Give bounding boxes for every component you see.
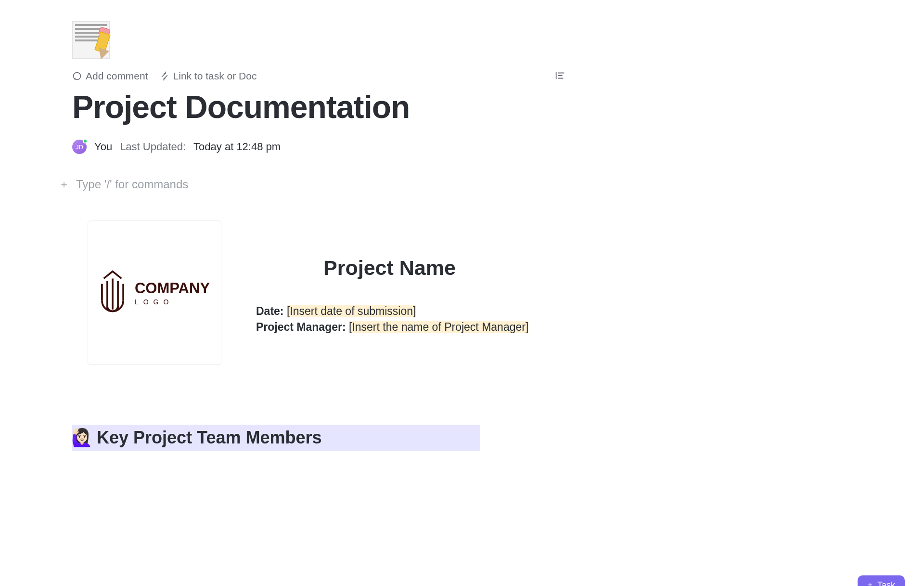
last-updated-label: Last Updated: [120,141,186,153]
doc-toolbar: Add comment Link to task or Doc [72,70,905,82]
new-task-button[interactable]: + Task [858,575,905,586]
new-block-row[interactable]: ＋ Type '/' for commands [59,177,905,192]
last-updated-value: Today at 12:48 pm [193,141,281,153]
project-date-line[interactable]: Date: [Insert date of submission] [256,305,528,318]
command-hint: Type '/' for commands [76,178,188,191]
doc-emoji-memo[interactable] [72,21,110,59]
company-logo-text: COMPANY LOGO [135,280,210,306]
add-comment-button[interactable]: Add comment [72,70,148,82]
company-name: COMPANY [135,280,210,297]
add-block-button[interactable]: ＋ [59,177,69,192]
list-icon [554,70,565,81]
toc-button[interactable] [554,70,565,83]
author-label: You [94,141,112,153]
doc-meta-row: JD You Last Updated: Today at 12:48 pm [72,140,905,154]
project-info-block: Project Name Date: [Insert date of submi… [256,256,528,334]
page-title[interactable]: Project Documentation [72,89,905,125]
project-manager-value[interactable]: [Insert the name of Project Manager] [349,321,528,333]
project-manager-line[interactable]: Project Manager: [Insert the name of Pro… [256,321,528,334]
logo-project-row: COMPANY LOGO Project Name Date: [Insert … [88,221,905,365]
avatar[interactable]: JD [72,140,87,154]
company-logo-card[interactable]: COMPANY LOGO [88,221,221,365]
company-logo-icon [99,270,126,316]
link-to-task-button[interactable]: Link to task or Doc [160,70,257,82]
team-heading-block[interactable]: 🙋🏻‍♀️ Key Project Team Members [72,425,480,451]
team-emoji-icon: 🙋🏻‍♀️ [71,428,93,448]
project-date-label: Date: [256,305,284,317]
plus-icon: + [867,580,873,586]
project-name-heading[interactable]: Project Name [323,256,528,280]
project-date-value[interactable]: [Insert date of submission] [287,305,416,317]
avatar-initials: JD [76,143,83,151]
team-heading: Key Project Team Members [97,428,322,448]
presence-dot-icon [83,139,88,143]
document-container: Add comment Link to task or Doc Project … [0,0,924,451]
new-task-label: Task [877,580,895,586]
comment-icon [72,71,82,81]
add-comment-label: Add comment [86,70,148,82]
link-to-task-label: Link to task or Doc [173,70,257,82]
company-sub: LOGO [135,298,173,306]
project-manager-label: Project Manager: [256,321,346,333]
link-icon [160,71,169,81]
